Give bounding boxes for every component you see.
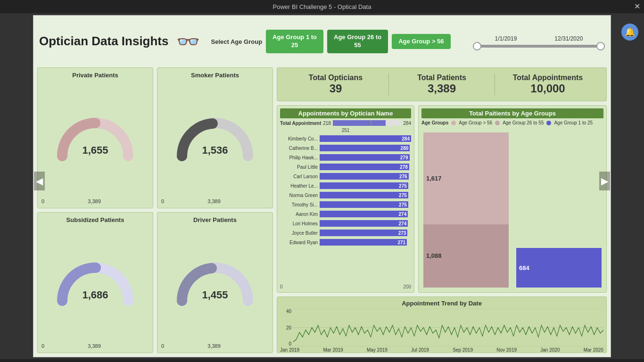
svg-text:1,536: 1,536 bbox=[202, 144, 228, 156]
bar-label: Timothy Si... bbox=[280, 202, 318, 207]
bar-label: Joyce Butler bbox=[280, 230, 318, 236]
bar-label: Catherine B... bbox=[280, 146, 318, 151]
bar-value: 279 bbox=[400, 155, 408, 160]
total-appointment-bar: Total Appointment 218 284 bbox=[280, 120, 411, 126]
axis-label-200: 200 bbox=[403, 284, 411, 289]
age-group-1-button[interactable]: Age Group 1 to25 bbox=[266, 30, 323, 53]
gauge-min: 0 bbox=[41, 198, 44, 204]
patients-chart-title: Total Paitients by Age Groups bbox=[421, 108, 603, 118]
table-row: Norma Green 275 bbox=[280, 191, 411, 199]
main-content: Private Patients 1,655 0 3,389 bbox=[33, 67, 611, 357]
bar-label: Carl Larson bbox=[280, 174, 318, 179]
smoker-patients-title: Smoker Patients bbox=[191, 72, 239, 79]
nav-right-arrow[interactable]: ▶ bbox=[599, 172, 610, 190]
bar-value: 273 bbox=[398, 230, 406, 236]
driver-patients-gauge: Driver Patients 1,455 0 3,389 bbox=[157, 212, 273, 353]
bar-chart-area: Kimberly Co... 284 Catherine B... 280 Ph… bbox=[280, 134, 411, 283]
x-label-sep2019: Sep 2019 bbox=[453, 347, 473, 353]
bar-label: Lori Holmes bbox=[280, 221, 318, 226]
y-label-40: 40 bbox=[280, 309, 291, 314]
value-1088: 1,088 bbox=[426, 252, 442, 259]
table-row: Joyce Butler 273 bbox=[280, 229, 411, 237]
x-label-nov2019: Nov 2019 bbox=[496, 347, 517, 353]
bar-value: 271 bbox=[397, 240, 405, 245]
bar-fill: 275 bbox=[320, 192, 408, 198]
bar-outer: 276 bbox=[320, 173, 411, 180]
appointments-chart-title: Appointments by Optician Name bbox=[280, 108, 411, 118]
gauge-max: 3,389 bbox=[207, 198, 221, 204]
bar-outer: 274 bbox=[320, 220, 411, 227]
legend-row: Age Groups Age Group > 56 Age Group 26 t… bbox=[421, 120, 603, 125]
gauge-min: 0 bbox=[161, 343, 164, 349]
x-label-mar2019: Mar 2019 bbox=[323, 347, 343, 353]
slider-thumb-right[interactable] bbox=[596, 42, 605, 50]
bar-value: 275 bbox=[399, 183, 407, 189]
table-row: Paul Little 278 bbox=[280, 163, 411, 171]
legend-label-1: Age Group 1 to 25 bbox=[554, 120, 593, 125]
bar-fill: 273 bbox=[320, 230, 407, 236]
bar-outer: 274 bbox=[320, 211, 411, 217]
total-patients-value: 3,389 bbox=[389, 82, 495, 95]
age-groups-legend-label: Age Groups bbox=[421, 120, 448, 125]
stats-row: Total Opticians 39 Total Patients 3,389 … bbox=[277, 67, 607, 101]
nav-left-arrow[interactable]: ◀ bbox=[34, 172, 45, 190]
charts-row: Appointments by Optician Name Total Appo… bbox=[277, 105, 607, 293]
age-group-selector: Select Age Group Age Group 1 to25 Age Gr… bbox=[211, 30, 451, 53]
subsidized-patients-title: Subsidized Patients bbox=[66, 216, 124, 223]
stacked-bar-seg-1: 684 bbox=[516, 248, 602, 288]
bar-fill: 278 bbox=[320, 164, 409, 170]
bar-outer: 284 bbox=[320, 135, 411, 142]
appointments-by-optician-card: Appointments by Optician Name Total Appo… bbox=[277, 105, 414, 293]
value-684: 684 bbox=[519, 264, 529, 272]
total-appointments-stat: Total Appointments 10,000 bbox=[495, 74, 601, 95]
svg-text:1,686: 1,686 bbox=[82, 289, 108, 301]
private-patients-title: Private Patients bbox=[72, 72, 118, 79]
bar-fill: 274 bbox=[320, 211, 408, 217]
age-group-2-button[interactable]: Age Group 26 to55 bbox=[327, 30, 388, 53]
x-label-jul2019: Jul 2019 bbox=[411, 347, 429, 353]
bar-fill: 284 bbox=[320, 135, 411, 142]
y-label-20: 20 bbox=[280, 325, 291, 330]
table-row: Edward Ryan 271 bbox=[280, 238, 411, 247]
x-label-may2019: May 2019 bbox=[367, 347, 388, 353]
gauge-max: 3,389 bbox=[207, 343, 221, 349]
table-row: Heather Le... 275 bbox=[280, 181, 411, 190]
y-label-0: 0 bbox=[280, 341, 291, 346]
stacked-bar-seg-56: 1,617 bbox=[423, 132, 509, 224]
patients-by-age-group-card: Total Paitients by Age Groups Age Groups… bbox=[418, 105, 607, 293]
close-button[interactable]: ✕ bbox=[634, 2, 640, 11]
age-group-3-button[interactable]: Age Group > 56 bbox=[392, 34, 450, 49]
trend-y-axis: 40 20 0 bbox=[280, 309, 291, 346]
date-start-label: 1/1/2019 bbox=[495, 35, 517, 42]
total-opticians-stat: Total Opticians 39 bbox=[283, 74, 389, 95]
bar-outer: 273 bbox=[320, 230, 411, 236]
svg-text:1,455: 1,455 bbox=[202, 289, 228, 301]
slider-thumb-left[interactable] bbox=[473, 42, 481, 50]
bar-value: 278 bbox=[400, 165, 408, 170]
stacked-bar-seg-26: 1,088 bbox=[423, 224, 509, 288]
status-bar: Optical Overview capture · 2663×1523 287… bbox=[0, 359, 644, 362]
age-group-label: Select Age Group bbox=[211, 38, 263, 45]
axis-label-0: 0 bbox=[280, 284, 283, 289]
table-row: Catherine B... 280 bbox=[280, 144, 411, 152]
smoker-patients-gauge: Smoker Patients 1,536 0 3,389 bbox=[157, 67, 273, 208]
top-gauge-row: Private Patients 1,655 0 3,389 bbox=[37, 67, 273, 208]
bar-outer: 275 bbox=[320, 182, 411, 189]
driver-patients-title: Driver Patients bbox=[193, 216, 237, 223]
total-opticians-value: 39 bbox=[283, 82, 388, 95]
notification-bell[interactable]: 🔔 bbox=[621, 24, 638, 41]
title-bar: Power BI Challenge 5 - Optical Data ✕ bbox=[0, 0, 644, 13]
bar-fill: 280 bbox=[320, 145, 410, 151]
table-row: Timothy Si... 275 bbox=[280, 200, 411, 209]
total-opticians-label: Total Opticians bbox=[283, 74, 388, 82]
bar-value: 275 bbox=[399, 193, 407, 198]
date-slider-track[interactable] bbox=[473, 45, 605, 48]
bar-value: 274 bbox=[399, 212, 407, 217]
bar-value: 274 bbox=[399, 221, 407, 226]
date-end-label: 12/31/2020 bbox=[554, 35, 583, 42]
legend-label-26: Age Group 26 to 55 bbox=[503, 120, 544, 125]
stacked-bars-container: 1,617 1,088 bbox=[421, 127, 603, 289]
x-label-jan2020: Jan 2020 bbox=[540, 347, 560, 353]
bar-outer: 279 bbox=[320, 154, 411, 161]
trend-chart-container: 40 20 0 bbox=[280, 309, 603, 346]
